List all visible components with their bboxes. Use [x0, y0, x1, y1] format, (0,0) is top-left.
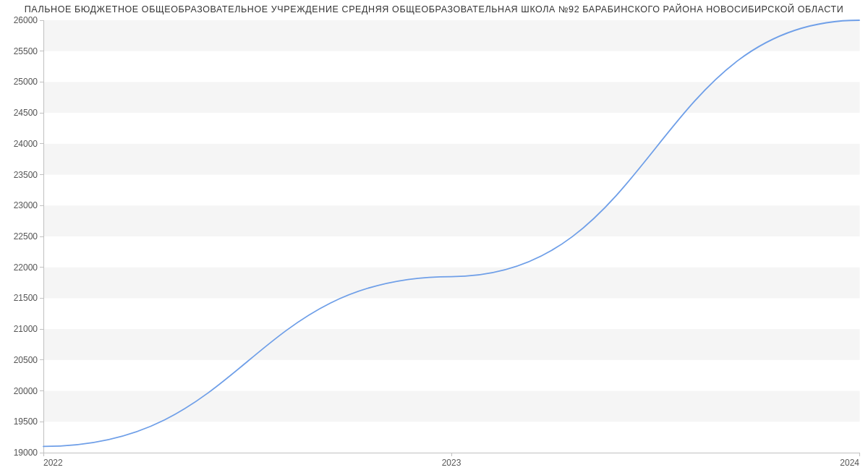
grid-band — [44, 144, 860, 175]
y-tick-label: 22500 — [14, 231, 38, 242]
y-tick-label: 23000 — [14, 200, 38, 210]
x-tick-label: 2024 — [840, 458, 859, 468]
x-tick-label: 2022 — [43, 458, 63, 468]
y-tick-label: 24000 — [14, 139, 38, 149]
chart-title: ПАЛЬНОЕ БЮДЖЕТНОЕ ОБЩЕОБРАЗОВАТЕЛЬНОЕ УЧ… — [0, 0, 868, 16]
grid-band — [44, 268, 860, 299]
y-tick-label: 19500 — [14, 416, 38, 427]
y-tick-label: 26000 — [14, 16, 38, 25]
grid-band — [44, 82, 860, 113]
grid-band — [44, 20, 860, 51]
y-tick-label: 21000 — [14, 324, 38, 334]
line-chart: 1900019500200002050021000215002200022500… — [0, 16, 868, 470]
y-tick-label: 19000 — [14, 448, 38, 458]
x-tick-label: 2023 — [442, 458, 461, 468]
grid-band — [44, 205, 860, 236]
y-tick-label: 21500 — [14, 293, 38, 303]
y-tick-label: 25000 — [14, 77, 38, 87]
grid-band — [44, 391, 860, 422]
y-tick-label: 25500 — [14, 46, 38, 56]
y-tick-label: 24500 — [14, 108, 38, 118]
y-tick-label: 20000 — [14, 386, 38, 396]
grid-band — [44, 329, 860, 360]
y-tick-label: 22000 — [14, 262, 38, 273]
plot-area: 1900019500200002050021000215002200022500… — [0, 16, 868, 470]
y-tick-label: 20500 — [14, 355, 38, 365]
y-tick-label: 23500 — [14, 170, 38, 180]
